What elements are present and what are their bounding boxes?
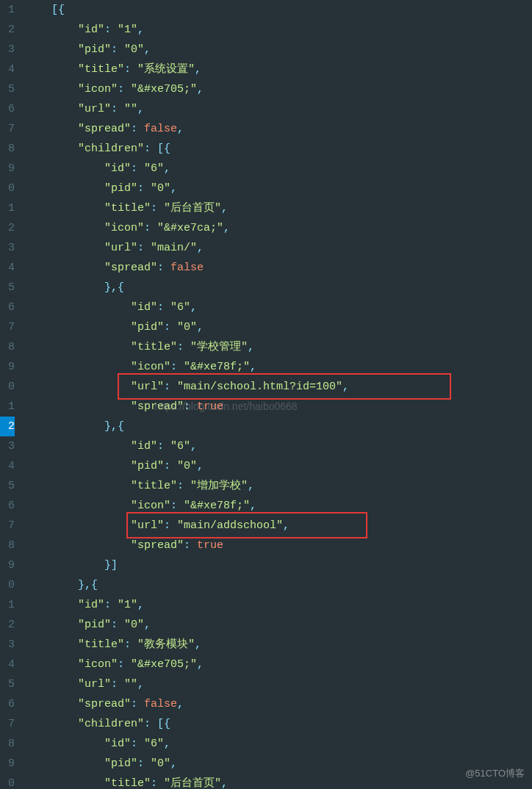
token-bool: true [197,400,223,413]
code-line[interactable]: "spread": true [25,536,532,555]
token-key: "pid" [104,182,137,195]
token-key: "id" [104,738,131,750]
token-punc: : [124,63,137,76]
code-line[interactable]: "id": "6", [25,734,532,754]
code-line[interactable]: "icon": "&#xe78f;", [25,496,532,516]
code-line[interactable]: "title": "增加学校", [25,476,532,496]
token-key: "pid" [131,460,164,472]
footer-watermark: @51CTO博客 [465,763,525,783]
line-number: 0 [0,377,15,397]
token-key: "spread" [131,400,184,413]
line-number: 3 [0,238,15,258]
code-line[interactable]: "url": "", [25,99,532,119]
code-line[interactable]: "title": "学校管理", [25,337,532,357]
code-line[interactable]: "id": "6", [25,159,532,179]
token-punc: : [104,599,118,611]
code-line[interactable]: },{ [25,278,532,298]
code-line[interactable]: "spread": true [25,397,532,417]
code-line[interactable]: "title": "后台首页", [25,198,532,218]
code-line[interactable]: "icon": "&#xe705;", [25,79,532,99]
token-punc: , [177,698,184,710]
token-key: "spread" [78,123,131,135]
token-str: "1" [118,24,137,36]
token-key: "icon" [104,222,144,234]
token-punc: : [177,480,190,492]
code-line[interactable]: "children": [{ [25,139,532,159]
token-punc: , [137,103,144,115]
token-punc: : [164,381,177,393]
code-line[interactable]: [{ [25,0,532,20]
line-number: 0 [0,179,15,198]
code-line[interactable]: "id": "1", [25,595,532,615]
token-str: "0" [124,43,144,56]
line-number: 8 [0,139,15,159]
token-punc: : [137,182,151,195]
line-number: 4 [0,60,15,79]
code-line[interactable]: "icon": "&#xe78f;", [25,357,532,377]
code-line[interactable]: "children": [{ [25,714,532,734]
code-line[interactable]: "title": "系统设置", [25,60,532,79]
line-number: 2 [0,218,15,238]
token-punc: : [177,341,190,353]
token-str: "" [124,678,137,691]
token-str: "&#xe78f;" [184,500,250,512]
token-punc: : [111,43,124,56]
token-key: "title" [104,777,151,789]
token-str: "&#xe78f;" [184,361,250,373]
token-str: "" [124,103,137,115]
token-punc: , [144,619,151,631]
code-line[interactable]: "id": "6", [25,436,532,456]
code-line[interactable]: "pid": "0", [25,754,532,774]
line-number: 2 [0,20,15,40]
code-line[interactable]: "id": "6", [25,298,532,317]
token-punc: : [164,519,177,532]
line-number: 9 [0,754,15,774]
token-bool: false [170,262,204,274]
token-punc: , [221,777,228,789]
token-str: "增加学校" [190,480,248,492]
code-line[interactable]: "spread": false [25,258,532,278]
code-line[interactable]: "url": "main/addschool", [25,516,532,536]
code-area[interactable]: [{ "id": "1", "pid": "0", "title": "系统设置… [18,0,532,789]
line-number: 6 [0,298,15,317]
code-line[interactable]: "icon": "&#xe705;", [25,655,532,674]
code-line[interactable]: },{ [25,417,532,436]
token-punc: , [170,182,177,195]
code-line[interactable]: "title": "后台首页", [25,774,532,789]
code-line[interactable]: "icon": "&#xe7ca;", [25,218,532,238]
code-editor[interactable]: 1234567890123456789012345678901234567890… [0,0,532,789]
line-number: 3 [0,436,15,456]
code-line[interactable]: "pid": "0", [25,317,532,337]
code-line[interactable]: "spread": false, [25,119,532,139]
code-line[interactable]: "id": "1", [25,20,532,40]
code-line[interactable]: "url": "main/school.html?id=100", [25,377,532,397]
token-key: "children" [78,718,144,730]
code-line[interactable]: "pid": "0", [25,615,532,635]
code-line[interactable]: "pid": "0", [25,179,532,198]
line-number: 8 [0,734,15,754]
token-bool: false [144,123,177,135]
token-str: "main/" [151,242,197,254]
token-punc: : [137,757,151,770]
code-line[interactable]: }] [25,555,532,575]
code-line[interactable]: "url": "main/", [25,238,532,258]
line-number: 1 [0,595,15,615]
token-punc: : [104,24,118,36]
code-line[interactable]: "title": "教务模块", [25,635,532,655]
token-str: "后台首页" [164,202,221,215]
code-line[interactable]: "url": "", [25,674,532,694]
line-number: 5 [0,674,15,694]
code-line[interactable]: "pid": "0", [25,40,532,60]
token-key: "url" [131,519,164,532]
token-str: "main/addschool" [177,519,283,532]
token-punc: },{ [104,420,124,433]
token-key: "icon" [131,500,170,512]
token-punc: , [248,341,254,353]
token-str: "0" [151,757,170,770]
code-line[interactable]: "pid": "0", [25,456,532,476]
code-line[interactable]: },{ [25,575,532,595]
code-line[interactable]: "spread": false, [25,694,532,714]
token-punc: : [151,777,164,789]
token-str: "main/school.html?id=100" [177,381,342,393]
token-key: "icon" [78,658,118,671]
